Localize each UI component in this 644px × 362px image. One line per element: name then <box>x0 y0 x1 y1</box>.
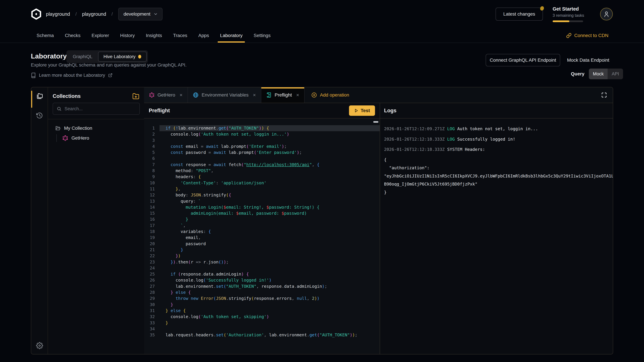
code-line-24[interactable]: 24 <box>144 265 380 271</box>
code-line-4[interactable]: 4const email = await lab.prompt('Enter e… <box>144 143 380 149</box>
line-number: 18 <box>144 229 160 235</box>
code-line-19[interactable]: 19email, <box>144 235 380 241</box>
collections-rail-button[interactable] <box>31 93 48 100</box>
code-line-25[interactable]: 25if (response.data.adminLogin) { <box>144 271 380 277</box>
fullscreen-button[interactable] <box>595 87 613 103</box>
test-button[interactable]: Test <box>349 105 375 116</box>
line-content: password <box>160 241 380 247</box>
history-rail-button[interactable] <box>31 112 48 119</box>
tab-environment-variables[interactable]: Environment Variables× <box>188 87 261 103</box>
editor-scrollbar-thumb[interactable] <box>373 121 378 123</box>
code-line-14[interactable]: 14mutation Login($email: String!, $passw… <box>144 204 380 210</box>
line-number: 6 <box>144 156 160 162</box>
learn-more-link[interactable]: Learn more about the Laboratory <box>31 72 112 78</box>
line-number: 33 <box>144 320 160 326</box>
nav-tab-settings[interactable]: Settings <box>254 28 270 42</box>
tab-preflight[interactable]: Preflight× <box>261 87 304 103</box>
nav-tab-traces[interactable]: Traces <box>173 28 187 42</box>
code-line-6[interactable]: 6 <box>144 156 380 162</box>
code-line-26[interactable]: 26console.log('Successfully logged in!') <box>144 277 380 283</box>
code-line-33[interactable]: 33} <box>144 320 380 326</box>
code-line-5[interactable]: 5const password = await lab.prompt('Ente… <box>144 149 380 156</box>
nav-tab-history[interactable]: History <box>120 28 135 42</box>
tab-gethero[interactable]: GetHero× <box>144 87 188 103</box>
nav-tab-laboratory[interactable]: Laboratory <box>220 28 242 42</box>
code-line-8[interactable]: 8method: "POST", <box>144 168 380 174</box>
mode-option-label: Hive Laboratory <box>104 54 136 59</box>
nav-tab-insights[interactable]: Insights <box>146 28 162 42</box>
code-line-17[interactable]: 17`, <box>144 223 380 229</box>
code-line-3[interactable]: 3 <box>144 137 380 143</box>
line-content: console.log('Successfully logged in!') <box>160 277 380 283</box>
nav-tab-checks[interactable]: Checks <box>65 28 80 42</box>
code-line-28[interactable]: 28} else { <box>144 290 380 296</box>
code-line-21[interactable]: 21} <box>144 247 380 253</box>
code-editor[interactable]: 1if (!lab.environment.get("AUTH_TOKEN"))… <box>144 119 380 354</box>
code-line-32[interactable]: 32console.log('Auth token set, skipping'… <box>144 314 380 320</box>
line-number: 19 <box>144 235 160 241</box>
line-content: `, <box>160 223 380 229</box>
breadcrumb-org[interactable]: playground <box>46 11 70 17</box>
code-line-10[interactable]: 10'Content-Type': 'application/json' <box>144 180 380 186</box>
user-avatar[interactable] <box>600 8 613 20</box>
endpoint-option-api[interactable]: API <box>608 68 623 79</box>
target-selector[interactable]: development <box>118 8 162 20</box>
close-icon[interactable]: × <box>180 92 183 97</box>
mode-option-graphiql[interactable]: GraphiQL <box>68 52 98 62</box>
get-started-widget[interactable]: Get Started 3 remaining tasks <box>552 6 590 22</box>
code-line-22[interactable]: 22}) <box>144 253 380 259</box>
mode-option-hive-laboratory[interactable]: Hive Laboratory <box>98 52 146 62</box>
code-line-13[interactable]: 13query: ` <box>144 198 380 204</box>
breadcrumb-separator: / <box>112 11 113 17</box>
nav-tab-explorer[interactable]: Explorer <box>92 28 109 42</box>
code-line-16[interactable]: 16} <box>144 216 380 222</box>
mode-option-label: GraphiQL <box>73 54 92 59</box>
line-content: method: "POST", <box>160 168 380 174</box>
connect-to-cdn-link[interactable]: Connect to CDN <box>566 28 608 42</box>
get-started-progress-fill <box>552 20 569 22</box>
folders-icon <box>36 93 43 100</box>
code-line-35[interactable]: 35lab.request.headers.set('Authorization… <box>144 332 380 338</box>
endpoint-option-mock[interactable]: Mock <box>589 68 608 79</box>
tab-label: Preflight <box>275 92 292 98</box>
search-input[interactable] <box>64 106 136 111</box>
code-line-12[interactable]: 12body: JSON.stringify({ <box>144 192 380 198</box>
code-line-27[interactable]: 27lab.environment.set("AUTH_TOKEN", resp… <box>144 283 380 290</box>
code-line-1[interactable]: 1if (!lab.environment.get("AUTH_TOKEN"))… <box>144 125 380 131</box>
code-line-15[interactable]: 15adminLogin(email: $email, password: $p… <box>144 210 380 216</box>
code-line-30[interactable]: 30} <box>144 302 380 308</box>
connect-graphql-endpoint-button[interactable]: Connect GraphQL API Endpoint <box>486 54 560 66</box>
nav-tab-apps[interactable]: Apps <box>198 28 209 42</box>
line-content: if (response.data.adminLogin) { <box>160 271 380 277</box>
collections-search[interactable] <box>53 103 140 115</box>
code-line-11[interactable]: 11}, <box>144 186 380 192</box>
close-icon[interactable]: × <box>296 92 299 97</box>
collection-operation-gethero[interactable]: GetHero <box>56 134 144 143</box>
code-line-9[interactable]: 9headers: { <box>144 174 380 180</box>
line-number: 12 <box>144 192 160 198</box>
link-icon <box>566 33 572 38</box>
new-collection-icon[interactable] <box>132 93 139 100</box>
code-line-31[interactable]: 31} else { <box>144 308 380 314</box>
code-line-34[interactable]: 34 <box>144 326 380 332</box>
endpoint-switch: Query MockAPI <box>571 68 623 79</box>
code-line-23[interactable]: 23}).then(r => r.json()); <box>144 259 380 265</box>
collection-folder-label: My Collection <box>64 125 92 131</box>
code-line-29[interactable]: 29throw new Error(JSON.stringify(respons… <box>144 296 380 302</box>
folder-open-icon <box>55 125 61 131</box>
add-operation-button[interactable]: Add operation <box>304 87 356 103</box>
code-line-7[interactable]: 7const response = await fetch("http://lo… <box>144 162 380 168</box>
settings-rail-button[interactable] <box>31 342 48 349</box>
code-line-2[interactable]: 2console.log('Auth token not set, loggin… <box>144 131 380 137</box>
code-line-20[interactable]: 20password <box>144 241 380 247</box>
line-content: adminLogin(email: $email, password: $pas… <box>160 210 380 216</box>
code-line-18[interactable]: 18variables: { <box>144 229 380 235</box>
nav-tab-schema[interactable]: Schema <box>36 28 54 42</box>
breadcrumb-project[interactable]: playground <box>82 11 106 17</box>
collection-folder[interactable]: My Collection <box>48 123 144 134</box>
hive-logo-icon[interactable] <box>31 8 42 19</box>
mock-data-endpoint-button[interactable]: Mock Data Endpoint <box>566 54 610 66</box>
close-icon[interactable]: × <box>253 92 256 97</box>
logs-output[interactable]: 2026-01-26T12:12:09.271Z LOG Auth token … <box>380 119 613 354</box>
latest-changes-button[interactable]: Latest changes <box>496 7 543 21</box>
